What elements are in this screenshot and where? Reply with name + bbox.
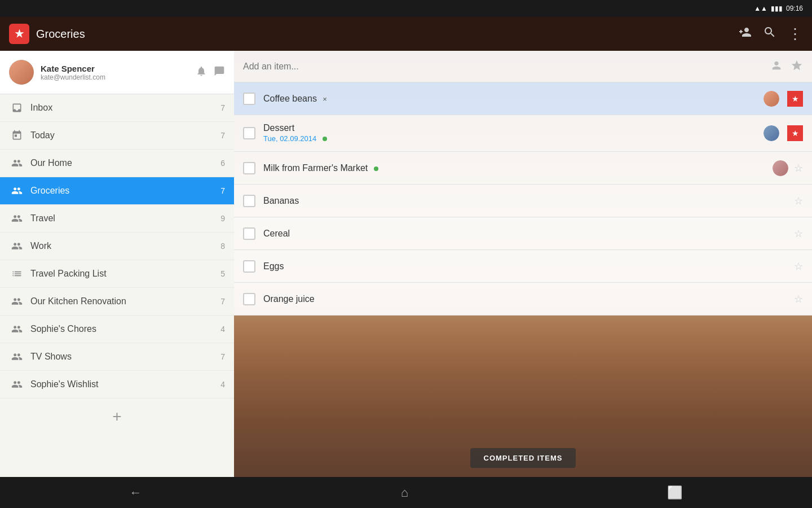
logo-symbol: ★ [15,28,24,40]
tv-shows-icon [9,351,25,362]
task-actions: ☆ [794,195,803,207]
table-row[interactable]: Dessert Tue, 02.09.2014 ★ [234,115,812,152]
star-button-coffee[interactable]: ★ [787,91,803,107]
avatar-image [9,60,34,85]
user-name: Kate Spencer [41,64,196,73]
sidebar-item-tv-shows[interactable]: TV Shows 7 [0,343,234,371]
star-icon: ★ [792,94,799,103]
table-row[interactable]: Milk from Farmer's Market ☆ [234,152,812,185]
sidebar-item-sophies-wishlist[interactable]: Sophie's Wishlist 4 [0,371,234,398]
sidebar-item-groceries[interactable]: Groceries 7 [0,177,234,205]
travel-label: Travel [30,213,220,224]
task-actions: ☆ [794,227,803,240]
task-avatar [773,160,788,176]
task-actions: ☆ [773,160,803,176]
sophies-chores-count: 4 [220,325,225,334]
notification-icon[interactable] [196,65,207,80]
sidebar-item-our-home[interactable]: Our Home 6 [0,150,234,177]
completed-items-button[interactable]: COMPLETED ITEMS [470,448,576,468]
avatar-img [764,91,779,107]
task-checkbox-cereal[interactable] [243,227,255,240]
travel-icon [9,213,25,224]
search-icon[interactable] [763,25,776,42]
table-row[interactable]: Coffee beans × ★ [234,82,812,115]
task-content-milk: Milk from Farmer's Market [263,163,773,173]
recents-button[interactable]: ⬜ [654,481,696,505]
star-add-icon[interactable] [791,59,803,74]
travel-packing-count: 5 [220,269,225,278]
star-button-bananas[interactable]: ☆ [794,195,803,207]
add-list-icon: + [112,408,121,426]
sidebar-item-kitchen[interactable]: Our Kitchen Renovation 7 [0,288,234,316]
task-checkbox-coffee-beans[interactable] [243,93,255,105]
home-button[interactable]: ⌂ [387,481,422,505]
kitchen-count: 7 [220,297,225,306]
sidebar-item-travel[interactable]: Travel 9 [0,205,234,233]
table-row[interactable]: Bananas ☆ [234,185,812,217]
task-checkbox-eggs[interactable] [243,260,255,273]
user-email: kate@wunderlist.com [41,73,196,81]
sidebar-item-inbox[interactable]: Inbox 7 [0,94,234,122]
star-button-milk[interactable]: ☆ [794,162,803,174]
task-actions: ☆ [794,260,803,273]
table-row[interactable]: Orange juice ☆ [234,283,812,316]
task-checkbox-orange-juice[interactable] [243,293,255,305]
app-logo: ★ [9,24,29,44]
groceries-icon [9,185,25,196]
task-dot-indicator [323,137,327,141]
group-icon [9,157,25,169]
task-content-eggs: Eggs [263,261,794,271]
today-icon [9,130,25,141]
avatar-img [764,125,779,141]
task-checkbox-bananas[interactable] [243,195,255,207]
task-due-date: Tue, 02.09.2014 [263,134,316,143]
app-header: ★ Groceries ⋮ [0,17,812,51]
task-subtitle: Tue, 02.09.2014 [263,133,764,143]
task-actions: ★ [764,91,803,107]
add-person-icon[interactable] [738,25,752,42]
status-icons: ▲▲ ▮▮▮ 09:16 [754,5,803,12]
inbox-count: 7 [220,103,225,112]
travel-packing-label: Travel Packing List [30,269,220,279]
completed-items-section: COMPLETED ITEMS [234,439,812,477]
avatar-img [773,160,788,176]
sidebar-item-sophies-chores[interactable]: Sophie's Chores 4 [0,316,234,343]
task-list: Coffee beans × ★ Dessert [234,82,812,439]
tv-shows-label: TV Shows [30,352,220,362]
task-content-cereal: Cereal [263,229,794,239]
task-title: Milk from Farmer's Market [263,163,368,173]
star-button-dessert[interactable]: ★ [787,125,803,141]
task-avatar [764,91,779,107]
sidebar-item-travel-packing[interactable]: Travel Packing List 5 [0,260,234,288]
task-checkbox-milk[interactable] [243,162,255,174]
back-button[interactable]: ← [116,481,156,505]
list-icon [9,268,25,279]
assign-person-icon[interactable] [770,59,783,74]
content-area: Coffee beans × ★ Dessert [234,51,812,477]
task-title: Dessert [263,123,764,133]
groceries-count: 7 [220,186,225,195]
star-button-orange-juice[interactable]: ☆ [794,293,803,305]
table-row[interactable]: Cereal ☆ [234,217,812,250]
more-options-icon[interactable]: ⋮ [788,25,803,43]
user-info: Kate Spencer kate@wunderlist.com [41,64,196,81]
comment-icon[interactable] [214,65,225,80]
sidebar-item-today[interactable]: Today 7 [0,122,234,150]
add-list-button[interactable]: + [0,398,234,435]
app-title: Groceries [36,28,738,41]
task-checkbox-dessert[interactable] [243,127,255,139]
task-title: Coffee beans [263,94,317,103]
star-icon: ★ [792,129,799,138]
star-button-cereal[interactable]: ☆ [794,227,803,240]
table-row[interactable]: Eggs ☆ [234,250,812,283]
our-home-count: 6 [220,159,225,168]
star-button-eggs[interactable]: ☆ [794,260,803,273]
add-item-input[interactable] [243,62,770,72]
wifi-icon: ▲▲ [754,5,767,12]
sophies-wishlist-label: Sophie's Wishlist [30,379,220,389]
sidebar-item-work[interactable]: Work 8 [0,233,234,260]
groceries-label: Groceries [30,186,220,196]
our-home-label: Our Home [30,158,220,168]
work-label: Work [30,241,220,251]
task-title: Orange juice [263,294,315,304]
